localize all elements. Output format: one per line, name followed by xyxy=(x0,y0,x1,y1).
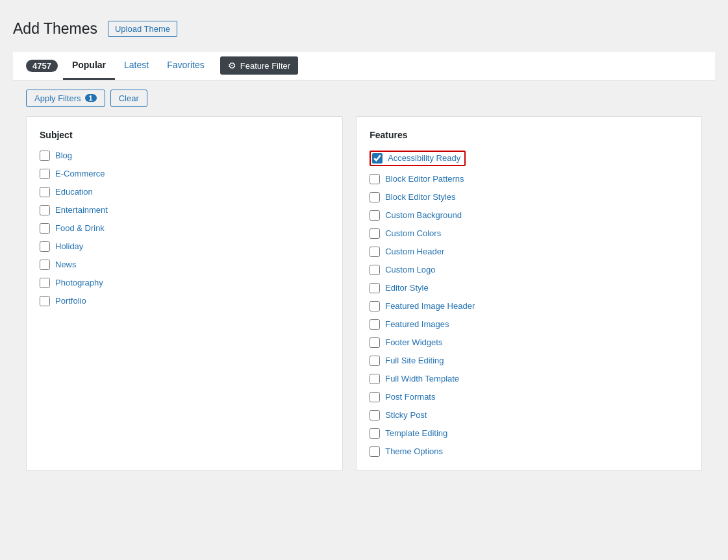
theme-options-checkbox[interactable] xyxy=(370,446,380,457)
post-formats-checkbox[interactable] xyxy=(370,392,380,402)
list-item[interactable]: E-Commerce xyxy=(40,169,329,179)
list-item[interactable]: Food & Drink xyxy=(40,223,329,234)
checkbox-label: Full Site Editing xyxy=(385,356,444,365)
ecommerce-checkbox[interactable] xyxy=(40,169,50,179)
checkbox-label: Featured Images xyxy=(385,319,449,329)
list-item[interactable]: Full Site Editing xyxy=(370,356,688,366)
list-item[interactable]: Portfolio xyxy=(40,296,329,306)
upload-theme-button[interactable]: Upload Theme xyxy=(108,21,177,37)
list-item[interactable]: Full Width Template xyxy=(370,374,688,384)
checkbox-label: Blog xyxy=(55,151,72,160)
checkbox-label: Accessibility Ready xyxy=(388,153,460,163)
photography-checkbox[interactable] xyxy=(40,278,50,288)
holiday-checkbox[interactable] xyxy=(40,241,50,252)
checkbox-label: Custom Background xyxy=(385,210,462,220)
list-item[interactable]: Photography xyxy=(40,278,329,288)
block-editor-styles-checkbox[interactable] xyxy=(370,192,380,202)
tab-latest[interactable]: Latest xyxy=(115,52,158,80)
checkbox-label: Template Editing xyxy=(385,428,447,438)
list-item[interactable]: Accessibility Ready xyxy=(370,151,688,166)
page-title: Add Themes xyxy=(13,19,97,39)
content-area: Subject Blog E-Commerce Education Entert… xyxy=(13,116,715,483)
checkbox-label: Post Formats xyxy=(385,392,435,402)
news-checkbox[interactable] xyxy=(40,260,50,270)
checkbox-label: News xyxy=(55,260,77,269)
featured-images-checkbox[interactable] xyxy=(370,319,380,330)
checkbox-label: Block Editor Patterns xyxy=(385,174,464,184)
full-width-template-checkbox[interactable] xyxy=(370,374,380,384)
checkbox-label: Photography xyxy=(55,278,103,287)
list-item[interactable]: Blog xyxy=(40,151,329,161)
checkbox-label: E-Commerce xyxy=(55,169,105,178)
list-item[interactable]: Post Formats xyxy=(370,392,688,402)
checkbox-label: Food & Drink xyxy=(55,223,105,233)
apply-filters-button[interactable]: Apply Filters 1 xyxy=(26,90,105,107)
list-item[interactable]: Editor Style xyxy=(370,283,688,293)
footer-widgets-checkbox[interactable] xyxy=(370,337,380,348)
tab-popular[interactable]: Popular xyxy=(63,52,115,80)
list-item[interactable]: Education xyxy=(40,187,329,197)
accessibility-highlighted-wrapper: Accessibility Ready xyxy=(370,151,466,166)
template-editing-checkbox[interactable] xyxy=(370,428,380,439)
features-panel-title: Features xyxy=(370,130,688,140)
featured-image-header-checkbox[interactable] xyxy=(370,301,380,311)
education-checkbox[interactable] xyxy=(40,187,50,197)
checkbox-label: Education xyxy=(55,187,93,197)
subject-checkbox-list: Blog E-Commerce Education Entertainment … xyxy=(40,151,329,306)
custom-colors-checkbox[interactable] xyxy=(370,228,380,239)
checkbox-label: Custom Colors xyxy=(385,228,441,238)
custom-header-checkbox[interactable] xyxy=(370,247,380,257)
features-checkbox-list: Accessibility Ready Block Editor Pattern… xyxy=(370,151,688,457)
checkbox-label: Full Width Template xyxy=(385,374,459,383)
feature-filter-label: Feature Filter xyxy=(240,61,290,71)
checkbox-label: Editor Style xyxy=(385,283,428,293)
entertainment-checkbox[interactable] xyxy=(40,205,50,215)
features-panel: Features Accessibility Ready Block Edito… xyxy=(356,116,702,470)
checkbox-label: Custom Logo xyxy=(385,265,435,274)
custom-logo-checkbox[interactable] xyxy=(370,265,380,275)
checkbox-label: Block Editor Styles xyxy=(385,192,455,202)
checkbox-label: Theme Options xyxy=(385,446,443,456)
accessibility-ready-checkbox[interactable] xyxy=(372,153,383,164)
apply-filters-label: Apply Filters xyxy=(34,93,81,103)
clear-button[interactable]: Clear xyxy=(110,90,147,107)
list-item[interactable]: Custom Colors xyxy=(370,228,688,239)
food-drink-checkbox[interactable] xyxy=(40,223,50,234)
list-item[interactable]: Custom Background xyxy=(370,210,688,221)
block-editor-patterns-checkbox[interactable] xyxy=(370,174,380,184)
tabs-bar: 4757 Popular Latest Favorites ⚙ Feature … xyxy=(13,52,715,80)
custom-background-checkbox[interactable] xyxy=(370,210,380,221)
list-item[interactable]: Template Editing xyxy=(370,428,688,439)
list-item[interactable]: Footer Widgets xyxy=(370,337,688,348)
list-item[interactable]: Custom Header xyxy=(370,247,688,257)
subject-panel: Subject Blog E-Commerce Education Entert… xyxy=(26,116,343,470)
list-item[interactable]: Holiday xyxy=(40,241,329,252)
checkbox-label: Custom Header xyxy=(385,247,444,256)
checkbox-label: Sticky Post xyxy=(385,410,427,420)
page-wrapper: Add Themes Upload Theme 4757 Popular Lat… xyxy=(0,0,728,560)
portfolio-checkbox[interactable] xyxy=(40,296,50,306)
list-item[interactable]: Theme Options xyxy=(370,446,688,457)
list-item[interactable]: Block Editor Styles xyxy=(370,192,688,202)
gear-icon: ⚙ xyxy=(228,60,236,71)
editor-style-checkbox[interactable] xyxy=(370,283,380,293)
checkbox-label: Entertainment xyxy=(55,205,108,215)
checkbox-label: Portfolio xyxy=(55,296,86,306)
list-item[interactable]: Custom Logo xyxy=(370,265,688,275)
list-item[interactable]: News xyxy=(40,260,329,270)
full-site-editing-checkbox[interactable] xyxy=(370,356,380,366)
filters-bar: Apply Filters 1 Clear xyxy=(13,80,715,116)
feature-filter-button[interactable]: ⚙ Feature Filter xyxy=(220,56,298,75)
list-item[interactable]: Featured Images xyxy=(370,319,688,330)
list-item[interactable]: Sticky Post xyxy=(370,410,688,420)
theme-count-badge: 4757 xyxy=(26,60,58,72)
list-item[interactable]: Entertainment xyxy=(40,205,329,215)
checkbox-label: Footer Widgets xyxy=(385,337,442,347)
blog-checkbox[interactable] xyxy=(40,151,50,161)
list-item[interactable]: Block Editor Patterns xyxy=(370,174,688,184)
list-item[interactable]: Featured Image Header xyxy=(370,301,688,311)
sticky-post-checkbox[interactable] xyxy=(370,410,380,420)
tab-favorites[interactable]: Favorites xyxy=(158,52,214,80)
apply-filters-count: 1 xyxy=(85,94,97,102)
header-area: Add Themes Upload Theme xyxy=(13,13,715,52)
